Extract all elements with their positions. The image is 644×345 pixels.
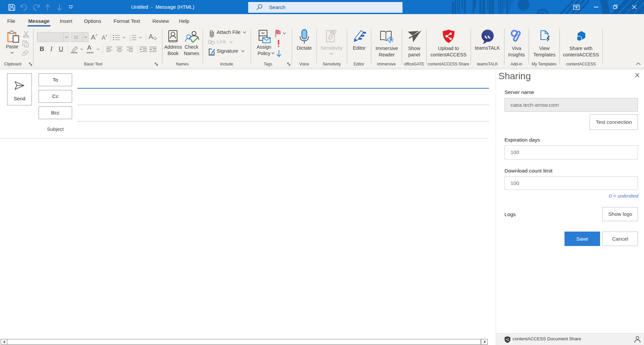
svg-text:1: 1: [129, 35, 130, 37]
svg-text:3: 3: [129, 39, 130, 41]
svg-text:2: 2: [129, 37, 130, 39]
